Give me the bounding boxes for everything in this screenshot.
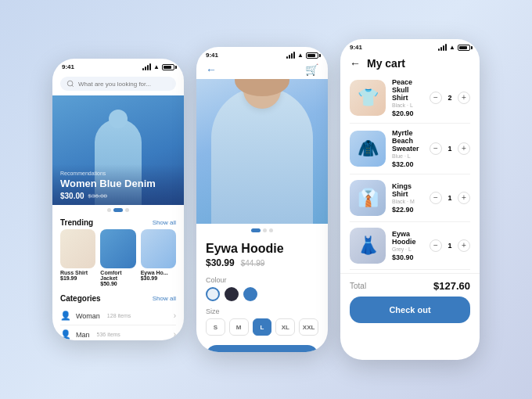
cart-item-details-3: Kings Shirt Black · M $22.90 (392, 182, 423, 214)
trend-price-1: $19.99 (60, 275, 95, 281)
cart-items-list: 👕 Peace Skull Shirt Black · L $20.90 − 2… (340, 73, 480, 270)
search-bar[interactable] (60, 77, 176, 91)
phone-home: 9:41 ▲ Recommendations Women Blue (52, 59, 184, 340)
cart-qty-1: − 2 + (430, 92, 470, 104)
status-icons-1: ▲ (142, 63, 174, 70)
signal-icon-2 (286, 52, 295, 59)
trend-price-3: $30.99 (141, 275, 176, 281)
search-input[interactable] (78, 81, 170, 88)
hero-image: Recommendations Women Blue Denim $30.00 … (52, 95, 184, 205)
cart-item-details-4: Eywa Hoodie Grey · L $30.90 (392, 230, 423, 261)
trend-price-2: $50.90 (100, 281, 135, 286)
cart-icon[interactable]: 🛒 (305, 63, 318, 76)
swatch-blue[interactable] (243, 287, 257, 301)
cart-item-price-2: $32.00 (392, 160, 423, 168)
product-title: Eywa Hoodie (206, 242, 318, 256)
categories-header: Categories Show all (52, 291, 184, 305)
phone-product: 9:41 ▲ ← 🛒 Eywa Hoodie $30. (196, 47, 328, 352)
product-person (211, 87, 313, 224)
size-s[interactable]: S (206, 318, 225, 336)
cart-item-name-1: Peace Skull Shirt (392, 78, 423, 102)
trend-item-3[interactable]: Eywa Ho... $30.99 (141, 229, 176, 286)
phone-cart: 9:41 ▲ ← My cart 👕 Peace Skull Shirt Bla… (340, 39, 480, 360)
hero-card[interactable]: Recommendations Women Blue Denim $30.00 … (52, 95, 184, 205)
cart-item-name-4: Eywa Hoodie (392, 230, 423, 246)
trending-header: Trending Show all (52, 215, 184, 229)
trending-row: Russ Shirt $19.99 Comfort Jacket $50.90 … (52, 229, 184, 291)
trend-item-2[interactable]: Comfort Jacket $50.90 (100, 229, 135, 286)
product-dots (196, 224, 328, 237)
swatch-dark[interactable] (225, 287, 239, 301)
status-bar-1: 9:41 ▲ (52, 59, 184, 72)
cart-item-img-2: 🧥 (350, 131, 386, 167)
product-price: $30.99 (206, 257, 235, 268)
svg-line-1 (72, 85, 74, 87)
cat-left-woman: 👤 Woman 128 items (60, 311, 131, 321)
qty-num-3: 1 (446, 194, 454, 202)
dot-1 (107, 208, 111, 212)
qty-minus-1[interactable]: − (430, 92, 442, 104)
category-man[interactable]: 👤 Man 536 items › (60, 325, 176, 340)
trending-show-all[interactable]: Show all (153, 219, 176, 226)
qty-num-2: 1 (446, 145, 454, 153)
hero-old-price: $36.00 (88, 192, 107, 200)
cart-item-variant-2: Blue · L (392, 153, 423, 159)
dot-2 (113, 208, 123, 212)
size-m[interactable]: M (229, 318, 249, 336)
battery-icon-3 (458, 45, 470, 51)
product-price-row: $30.99 $44.99 (206, 257, 318, 268)
total-amount: $127.60 (433, 280, 470, 292)
dot-3 (125, 208, 129, 212)
trend-img-2 (100, 229, 135, 268)
total-label: Total (350, 282, 366, 290)
cart-item-price-4: $30.90 (392, 253, 423, 261)
trend-name-3: Eywa Ho... (141, 270, 176, 275)
size-xl[interactable]: XL (275, 318, 295, 336)
qty-plus-4[interactable]: + (458, 239, 470, 252)
categories-list: 👤 Woman 128 items › 👤 Man 536 items › (52, 305, 184, 340)
cart-item-4: 👗 Eywa Hoodie Grey · L $30.90 − 1 + (350, 222, 470, 270)
cart-item-details-1: Peace Skull Shirt Black · L $20.90 (392, 78, 423, 117)
wifi-icon: ▲ (153, 63, 160, 70)
checkout-button[interactable]: Check out (350, 297, 470, 323)
qty-minus-3[interactable]: − (430, 192, 442, 204)
status-bar-3: 9:41 ▲ (340, 39, 480, 52)
cart-qty-4: − 1 + (430, 239, 470, 252)
cart-qty-2: − 1 + (430, 142, 470, 155)
qty-num-1: 2 (446, 94, 454, 102)
cart-qty-3: − 1 + (430, 192, 470, 204)
qty-plus-3[interactable]: + (458, 192, 470, 204)
cat-left-man: 👤 Man 536 items (60, 329, 120, 340)
qty-minus-2[interactable]: − (430, 142, 442, 155)
cart-back-button[interactable]: ← (350, 57, 361, 70)
qty-plus-2[interactable]: + (458, 142, 470, 155)
cat-count-woman: 128 items (107, 313, 131, 318)
categories-title: Categories (60, 294, 101, 303)
size-xxl[interactable]: XXL (299, 318, 318, 336)
wifi-icon-3: ▲ (449, 44, 455, 51)
woman-icon: 👤 (60, 311, 71, 321)
category-woman[interactable]: 👤 Woman 128 items › (60, 307, 176, 325)
search-icon (66, 80, 74, 88)
cart-title: My cart (367, 57, 405, 70)
add-to-cart-button[interactable]: Add to cart (206, 345, 318, 352)
hero-dots (52, 208, 184, 212)
size-l[interactable]: L (253, 318, 272, 336)
trend-item-1[interactable]: Russ Shirt $19.99 (60, 229, 95, 286)
qty-plus-1[interactable]: + (458, 92, 470, 104)
pdot-3 (269, 228, 273, 232)
signal-icon (142, 63, 151, 70)
qty-num-4: 1 (446, 242, 454, 250)
cart-item-img-1: 👕 (350, 80, 386, 116)
back-button-2[interactable]: ← (206, 63, 217, 76)
cat-name-man: Man (76, 331, 90, 339)
cat-arrow-man: › (174, 330, 176, 339)
colour-options (206, 287, 318, 301)
swatch-white[interactable] (206, 287, 220, 301)
qty-minus-4[interactable]: − (430, 239, 442, 252)
wifi-icon-2: ▲ (297, 52, 304, 59)
hero-label: Recommendations (60, 171, 176, 176)
cart-item-3: 👔 Kings Shirt Black · M $22.90 − 1 + (350, 174, 470, 222)
categories-show-all[interactable]: Show all (153, 295, 176, 302)
time-1: 9:41 (62, 63, 74, 70)
